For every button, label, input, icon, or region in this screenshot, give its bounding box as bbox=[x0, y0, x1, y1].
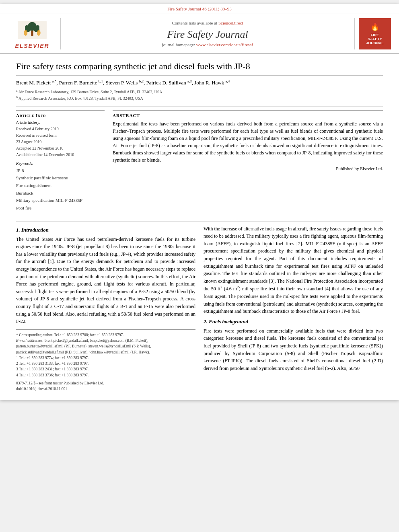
left-content-column: 1. Introduction The United States Air Fo… bbox=[16, 225, 195, 392]
article-info-abstract-section: Article Info Article history: Received 4… bbox=[16, 110, 383, 215]
svg-point-7 bbox=[36, 25, 39, 29]
contents-available-text: Contents lists available at ScienceDirec… bbox=[172, 21, 243, 25]
main-content: 1. Introduction The United States Air Fo… bbox=[16, 225, 383, 392]
journal-title: Fire Safety Journal bbox=[167, 29, 248, 41]
keywords-list: JP-8 Synthetic paraffinic kerosene Fire … bbox=[16, 167, 105, 212]
fsj-label-line2: SAFETY bbox=[368, 37, 382, 41]
fsj-label-line3: JOURNAL bbox=[366, 41, 384, 45]
published-by: Published by Elsevier Ltd. bbox=[113, 165, 383, 172]
article-history-section: Article history: Received 4 February 201… bbox=[16, 120, 105, 158]
footnotes-section: * Corresponding author. Tel.: +1 850 283… bbox=[16, 329, 195, 392]
received-revised-date: 23 August 2010 bbox=[16, 139, 105, 145]
svg-point-9 bbox=[37, 30, 41, 35]
keywords-label: Keywords: bbox=[16, 161, 105, 166]
article-title: Fire safety tests comparing synthetic je… bbox=[16, 61, 383, 76]
keywords-section: Keywords: JP-8 Synthetic paraffinic kero… bbox=[16, 161, 105, 212]
introduction-paragraph-1: The United States Air Force has used pet… bbox=[16, 236, 195, 325]
email-label: E-mail addresses: bbox=[16, 339, 44, 343]
footnote-2: 2 Tel.: +1 850 283 3133; fax: +1 850 283… bbox=[16, 361, 195, 366]
journal-header: 🌳 ELSEVIER Contents lists available at S… bbox=[0, 14, 399, 54]
keyword-2: Synthetic paraffinic kerosene bbox=[16, 174, 105, 182]
elsevier-logo-section: 🌳 ELSEVIER bbox=[8, 18, 56, 49]
svg-point-6 bbox=[25, 25, 29, 29]
doi: doi:10.1016/j.firesaf.2010.11.001 bbox=[16, 386, 195, 392]
content-divider bbox=[16, 222, 383, 222]
elsevier-flame-icon: 🌳 bbox=[14, 19, 50, 41]
fuels-background-heading: 2. Fuels background bbox=[204, 318, 383, 325]
footnote-4: 4 Tel.: +1 850 283 3736; fax: +1 850 283… bbox=[16, 372, 195, 378]
abstract-header: ABSTRACT bbox=[113, 113, 383, 118]
section-divider bbox=[16, 107, 383, 107]
copyright-bottom: 0379-7112/$ - see front matter Published… bbox=[16, 380, 195, 386]
history-label: Article history: bbox=[16, 120, 105, 125]
abstract-column: ABSTRACT Experimental fire tests have be… bbox=[113, 110, 383, 215]
article-body: Fire safety tests comparing synthetic je… bbox=[0, 54, 399, 400]
journal-title-section: Contents lists available at ScienceDirec… bbox=[60, 18, 355, 49]
keyword-3: Fire extinguishment bbox=[16, 182, 105, 189]
right-content-column: With the increase of alternative fuels u… bbox=[204, 225, 383, 392]
fuels-background-paragraph-1: Fire tests were performed on commerciall… bbox=[204, 327, 383, 372]
keyword-1: JP-8 bbox=[16, 167, 105, 175]
elsevier-wordmark: ELSEVIER bbox=[15, 43, 49, 49]
email-note: E-mail addresses: brent.pickett@tyndall.… bbox=[16, 338, 195, 355]
introduction-paragraph-2: With the increase of alternative fuels u… bbox=[204, 225, 383, 315]
received-date: Received 4 February 2010 bbox=[16, 126, 105, 132]
authors-line: Brent M. Pickett a,*, Parren F. Burnette… bbox=[16, 79, 383, 86]
keyword-5: Military specification MIL-F-24385F bbox=[16, 197, 105, 204]
svg-rect-5 bbox=[31, 31, 33, 36]
affiliations: a Air Force Research Laboratory, 139 Bar… bbox=[16, 88, 383, 102]
homepage-link[interactable]: www.elsevier.com/locate/firesaf bbox=[196, 42, 253, 47]
fire-icon: 🔥 bbox=[370, 23, 379, 31]
affiliation-b: b Applied Research Associates, P.O. Box … bbox=[16, 95, 383, 101]
keyword-4: Burnback bbox=[16, 189, 105, 197]
abstract-text: Experimental fire tests have been perfor… bbox=[113, 120, 383, 172]
fire-safety-journal-box: 🔥 FIRE SAFETY JOURNAL bbox=[359, 18, 391, 49]
corresponding-author-note: * Corresponding author. Tel.: +1 850 283… bbox=[16, 332, 195, 338]
available-online: Available online 14 December 2010 bbox=[16, 152, 105, 158]
accepted-date: Accepted 22 November 2010 bbox=[16, 145, 105, 152]
footnote-3: 3 Tel.: +1 850 283 2431; fax: +1 850 283… bbox=[16, 366, 195, 372]
journal-banner: Fire Safety Journal 46 (2011) 89–95 bbox=[0, 4, 399, 14]
footnote-1: 1 Tel.: +1 850 283 9774; fax: +1 850 283… bbox=[16, 355, 195, 361]
keyword-6: Pool fire bbox=[16, 204, 105, 212]
affiliation-a: a Air Force Research Laboratory, 139 Bar… bbox=[16, 88, 383, 95]
received-revised-label: Received in revised form bbox=[16, 132, 105, 139]
article-info-column: Article Info Article history: Received 4… bbox=[16, 110, 105, 215]
sciencedirect-link[interactable]: ScienceDirect bbox=[218, 21, 243, 25]
article-info-header: Article Info bbox=[16, 113, 105, 118]
introduction-heading: 1. Introduction bbox=[16, 227, 195, 233]
homepage-text: journal homepage: www.elsevier.com/locat… bbox=[162, 42, 253, 47]
fsj-label-line1: FIRE bbox=[371, 33, 379, 37]
svg-point-8 bbox=[24, 30, 27, 35]
journal-reference: Fire Safety Journal 46 (2011) 89–95 bbox=[8, 6, 391, 11]
